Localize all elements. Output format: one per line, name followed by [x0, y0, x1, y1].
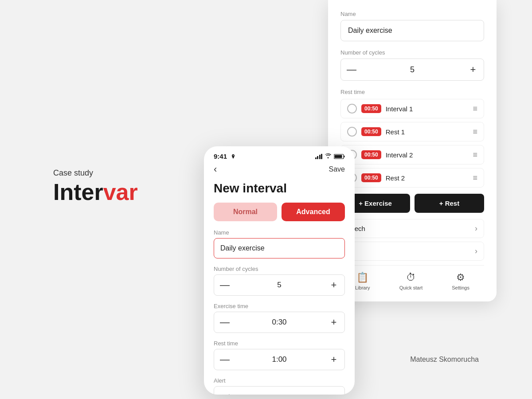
phone-card: 9:41 ‹ Sav — [204, 146, 355, 395]
phone-rest-stepper: — 1:00 + — [214, 349, 345, 370]
dp-menu-icon-0[interactable]: ≡ — [473, 104, 477, 113]
dp-time-badge-0: 00:50 — [361, 104, 381, 113]
author-name: Mateusz Skomorucha — [410, 356, 479, 364]
normal-toggle-button[interactable]: Normal — [214, 203, 277, 221]
svg-rect-2 — [344, 156, 345, 157]
phone-rest-time-label: Rest time — [214, 340, 345, 347]
phone-status-icons — [315, 153, 345, 160]
dp-nav-settings[interactable]: ⚙ Settings — [452, 272, 469, 290]
dp-interval-name-2: Interval 2 — [386, 151, 469, 159]
phone-exercise-value: 0:30 — [235, 318, 323, 327]
dp-circle-1 — [347, 127, 357, 137]
location-icon — [230, 154, 236, 160]
dp-time-badge-3: 00:50 — [361, 173, 381, 182]
settings-icon: ⚙ — [456, 272, 465, 283]
dp-nav-library[interactable]: 📋 Library — [355, 272, 370, 290]
library-icon: 📋 — [356, 272, 368, 283]
wifi-signal-icon — [325, 153, 332, 158]
dp-time-badge-1: 00:50 — [361, 127, 381, 136]
dp-add-row: + Exercise + Rest — [340, 194, 484, 213]
dp-nav-empty[interactable]: › — [340, 242, 484, 261]
dp-nav-library-label: Library — [355, 285, 370, 290]
phone-exercise-minus[interactable]: — — [214, 312, 235, 332]
phone-exercise-plus[interactable]: + — [323, 312, 344, 332]
phone-exercise-stepper: — 0:30 + — [214, 312, 345, 333]
brand-title: Intervar — [53, 180, 138, 203]
brand-title-black: Inter — [53, 179, 103, 205]
case-study-label: Case study — [53, 168, 138, 178]
back-button[interactable]: ‹ — [214, 164, 217, 175]
dp-interval-name-1: Rest 1 — [386, 128, 469, 136]
dp-time-badge-2: 00:50 — [361, 150, 381, 159]
battery-icon — [334, 154, 345, 159]
signal-icon — [315, 154, 323, 159]
phone-exercise-time-label: Exercise time — [214, 303, 345, 309]
dp-interval-row-2: 00:50 Interval 2 ≡ — [340, 145, 484, 164]
dp-cycles-stepper: — 5 + — [340, 59, 484, 81]
phone-alert-text: Select... — [220, 393, 244, 395]
advanced-toggle-button[interactable]: Advanced — [282, 203, 345, 221]
phone-toggle-row: Normal Advanced — [204, 203, 355, 229]
phone-rest-minus[interactable]: — — [214, 349, 235, 370]
dp-cycles-minus[interactable]: — — [341, 59, 362, 80]
phone-status-bar: 9:41 — [204, 146, 355, 160]
dp-interval-row-3: 00:50 Rest 2 ≡ — [340, 168, 484, 188]
phone-rest-plus[interactable]: + — [323, 349, 344, 370]
dp-nav-quickstart[interactable]: ⏱ Quick start — [399, 272, 423, 290]
phone-cycles-value: 5 — [235, 281, 323, 289]
wifi-icon — [325, 153, 332, 160]
phone-alert-label: Alert — [214, 377, 345, 384]
phone-cycles-plus[interactable]: + — [323, 275, 344, 295]
brand-section: Case study Intervar — [53, 168, 138, 203]
dp-circle-0 — [347, 104, 357, 113]
quickstart-icon: ⏱ — [406, 272, 416, 283]
phone-alert-row: Select... › — [214, 386, 345, 395]
phone-time: 9:41 — [214, 153, 236, 160]
dp-name-input[interactable] — [340, 20, 484, 41]
brand-title-red: var — [103, 179, 138, 205]
dp-nav-quickstart-label: Quick start — [399, 285, 423, 290]
phone-cycles-minus[interactable]: — — [214, 275, 235, 295]
dp-rest-label: Rest time — [340, 89, 484, 95]
dp-chevron-speech: › — [475, 224, 477, 233]
dp-interval-row-1: 00:50 Rest 1 ≡ — [340, 122, 484, 141]
dp-nav-settings-label: Settings — [452, 285, 469, 290]
phone-header: ‹ Save — [204, 160, 355, 175]
dp-nav-speech[interactable]: peech › — [340, 219, 484, 238]
dp-interval-row-0: 00:50 Interval 1 ≡ — [340, 99, 484, 118]
dp-cycles-value: 5 — [362, 65, 462, 74]
dp-cycles-plus[interactable]: + — [462, 59, 484, 80]
save-button[interactable]: Save — [329, 165, 345, 173]
dp-menu-icon-3[interactable]: ≡ — [473, 173, 477, 183]
phone-name-input[interactable] — [214, 238, 345, 258]
phone-alert-chevron[interactable]: › — [336, 392, 338, 395]
dp-name-label: Name — [340, 11, 484, 17]
dp-chevron-empty: › — [475, 246, 477, 256]
phone-cycles-label: Number of cycles — [214, 266, 345, 272]
dp-menu-icon-2[interactable]: ≡ — [473, 150, 477, 160]
dp-interval-name-3: Rest 2 — [386, 174, 469, 182]
phone-cycles-stepper: — 5 + — [214, 274, 345, 296]
dp-add-rest-button[interactable]: + Rest — [415, 194, 484, 213]
dp-bottom-nav: 📋 Library ⏱ Quick start ⚙ Settings — [340, 265, 484, 297]
svg-rect-1 — [335, 155, 342, 158]
dp-menu-icon-1[interactable]: ≡ — [473, 127, 477, 137]
dp-interval-name-0: Interval 1 — [386, 105, 469, 113]
phone-title: New interval — [204, 175, 355, 203]
dp-cycles-label: Number of cycles — [340, 49, 484, 56]
phone-name-label: Name — [214, 229, 345, 236]
phone-form: Name Number of cycles — 5 + Exercise tim… — [204, 229, 355, 395]
phone-rest-value: 1:00 — [235, 355, 323, 364]
